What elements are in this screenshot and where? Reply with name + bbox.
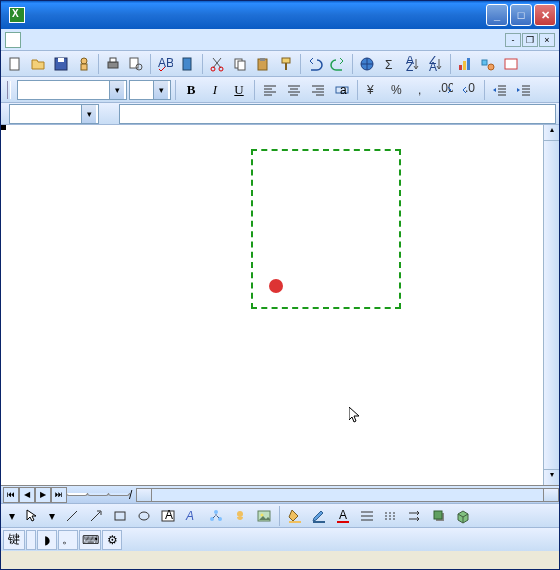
line-style-button[interactable] <box>356 505 378 527</box>
diagram-button[interactable] <box>205 505 227 527</box>
save-button[interactable] <box>50 53 72 75</box>
3d-button[interactable] <box>452 505 474 527</box>
svg-rect-51 <box>289 521 301 523</box>
clipart-button[interactable] <box>229 505 251 527</box>
zoom-100-button[interactable] <box>500 53 522 75</box>
redo-button[interactable] <box>327 53 349 75</box>
svg-point-45 <box>214 510 218 514</box>
merge-center-button[interactable]: a <box>331 79 353 101</box>
shadow-button[interactable] <box>428 505 450 527</box>
open-button[interactable] <box>27 53 49 75</box>
insert-picture-button[interactable] <box>253 505 275 527</box>
decrease-decimal-button[interactable]: .0 <box>458 79 480 101</box>
menu-file[interactable] <box>27 38 39 42</box>
comma-button[interactable]: , <box>410 79 432 101</box>
sheet-tab-2[interactable] <box>87 493 109 496</box>
draw-menu[interactable]: ▾ <box>5 507 19 525</box>
autosum-button[interactable]: Σ <box>379 53 401 75</box>
menu-format[interactable] <box>75 38 87 42</box>
percent-button[interactable]: % <box>386 79 408 101</box>
undo-button[interactable] <box>304 53 326 75</box>
vertical-scrollbar[interactable]: ▴ ▾ <box>543 125 559 485</box>
mdi-minimize-button[interactable]: - <box>505 33 521 47</box>
fill-color-button[interactable] <box>284 505 306 527</box>
svg-rect-10 <box>183 58 191 70</box>
font-color-button[interactable]: A <box>332 505 354 527</box>
sort-asc-button[interactable]: AZ <box>402 53 424 75</box>
excel-app-icon <box>9 7 25 23</box>
menu-edit[interactable] <box>39 38 51 42</box>
sheet-tab-1[interactable] <box>66 493 88 496</box>
research-button[interactable] <box>177 53 199 75</box>
italic-button[interactable]: I <box>204 80 226 100</box>
menu-tools[interactable] <box>87 38 99 42</box>
format-painter-button[interactable] <box>275 53 297 75</box>
dash-style-button[interactable] <box>380 505 402 527</box>
autoshapes-menu[interactable]: ▾ <box>45 507 59 525</box>
line-button[interactable] <box>61 505 83 527</box>
svg-text:Z: Z <box>406 60 413 72</box>
standard-toolbar: ABC Σ AZ ZA <box>1 51 559 77</box>
ime-name[interactable] <box>26 530 36 550</box>
line-color-button[interactable] <box>308 505 330 527</box>
svg-point-48 <box>237 511 243 517</box>
ime-softkbd-icon[interactable]: ⌨ <box>79 530 101 550</box>
select-objects-button[interactable] <box>21 505 43 527</box>
drawing-button[interactable] <box>477 53 499 75</box>
arrow-style-button[interactable] <box>404 505 426 527</box>
currency-button[interactable]: ¥ <box>362 79 384 101</box>
align-left-button[interactable] <box>259 79 281 101</box>
font-selector[interactable] <box>17 80 127 100</box>
print-button[interactable] <box>102 53 124 75</box>
font-size-selector[interactable] <box>129 80 171 100</box>
mdi-restore-button[interactable]: ❐ <box>522 33 538 47</box>
increase-indent-button[interactable] <box>513 79 535 101</box>
arrow-button[interactable] <box>85 505 107 527</box>
maximize-button[interactable]: □ <box>510 4 532 26</box>
ime-fullwidth-icon[interactable]: ◗ <box>37 530 57 550</box>
ime-indicator-icon[interactable]: 键 <box>3 530 25 550</box>
align-right-button[interactable] <box>307 79 329 101</box>
align-center-button[interactable] <box>283 79 305 101</box>
menu-insert[interactable] <box>63 38 75 42</box>
new-button[interactable] <box>4 53 26 75</box>
rectangle-button[interactable] <box>109 505 131 527</box>
decrease-indent-button[interactable] <box>489 79 511 101</box>
wordart-button[interactable]: A <box>181 505 203 527</box>
worksheet-grid[interactable]: ▴ ▾ <box>1 125 559 485</box>
increase-decimal-button[interactable]: .00 <box>434 79 456 101</box>
menu-data[interactable] <box>99 38 111 42</box>
paste-button[interactable] <box>252 53 274 75</box>
copy-button[interactable] <box>229 53 251 75</box>
hyperlink-button[interactable] <box>356 53 378 75</box>
menu-view[interactable] <box>51 38 63 42</box>
svg-text:Σ: Σ <box>385 58 392 72</box>
horizontal-scrollbar[interactable] <box>136 488 559 502</box>
svg-rect-16 <box>260 58 265 61</box>
sheet-tab-3[interactable] <box>108 493 130 496</box>
print-preview-button[interactable] <box>125 53 147 75</box>
permission-button[interactable] <box>73 53 95 75</box>
name-box[interactable] <box>9 104 99 124</box>
oval-button[interactable] <box>133 505 155 527</box>
close-button[interactable]: ✕ <box>534 4 556 26</box>
minimize-button[interactable]: _ <box>486 4 508 26</box>
chart-wizard-button[interactable] <box>454 53 476 75</box>
sort-desc-button[interactable]: ZA <box>425 53 447 75</box>
bold-button[interactable]: B <box>180 80 202 100</box>
textbox-button[interactable]: A <box>157 505 179 527</box>
underline-button[interactable]: U <box>228 80 250 100</box>
formula-input[interactable] <box>119 104 556 124</box>
menu-help[interactable] <box>123 38 135 42</box>
cursor-icon <box>349 407 361 425</box>
title-bar: _ □ ✕ <box>1 1 559 29</box>
ime-punct-icon[interactable]: 。 <box>58 530 78 550</box>
spelling-button[interactable]: ABC <box>154 53 176 75</box>
toolbar-handle[interactable] <box>7 81 11 99</box>
svg-rect-17 <box>282 58 290 63</box>
mdi-close-button[interactable]: × <box>539 33 555 47</box>
ime-settings-icon[interactable]: ⚙ <box>102 530 122 550</box>
cut-button[interactable] <box>206 53 228 75</box>
menu-window[interactable] <box>111 38 123 42</box>
tab-nav-buttons[interactable]: ⏮◀▶⏭ <box>3 487 67 503</box>
